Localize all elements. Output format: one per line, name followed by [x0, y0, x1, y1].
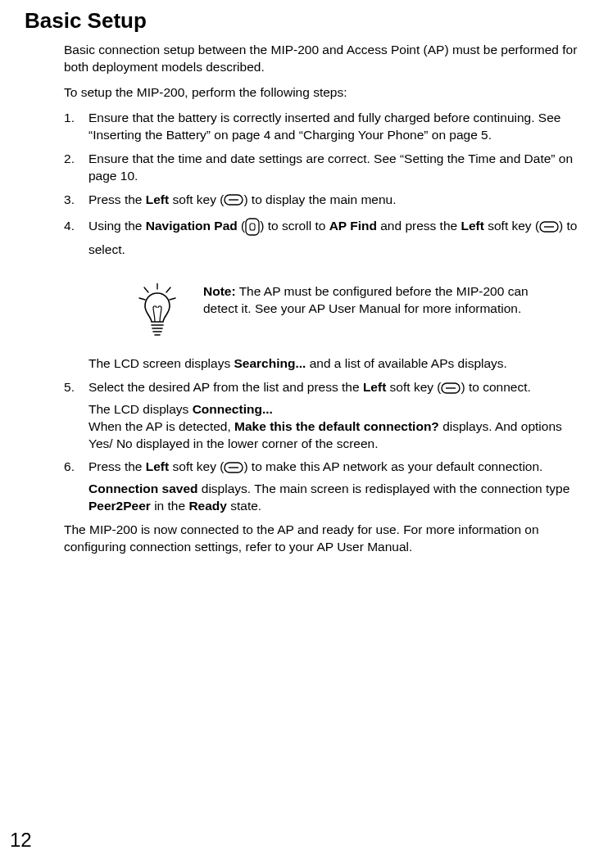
step-5-sub: The LCD displays Connecting... When the … [88, 401, 583, 453]
step-1: Ensure that the battery is correctly ins… [64, 110, 583, 144]
svg-line-7 [144, 287, 148, 292]
page-number: 12 [10, 827, 32, 853]
intro-paragraph-2: To setup the MIP-200, perform the follow… [64, 84, 583, 102]
step-3-text-a: Press the [88, 192, 146, 206]
step-5-text-b: soft key ( [386, 380, 441, 394]
ready-label: Ready [188, 499, 227, 513]
step-6-d: displays. The main screen is redisplayed… [198, 481, 570, 495]
step-6-e: in the [151, 499, 189, 513]
step-6-f: state. [227, 499, 261, 513]
step-4-text-a: Using the [88, 219, 146, 233]
note-label: Note: [203, 284, 236, 298]
svg-rect-2 [246, 219, 259, 235]
step-5-text-a: Select the desired AP from the list and … [88, 380, 363, 394]
svg-line-8 [166, 287, 170, 292]
step-5: Select the desired AP from the list and … [64, 379, 583, 453]
step-3: Press the Left soft key () to display th… [64, 192, 583, 209]
searching-line: The LCD screen displays Searching... and… [88, 355, 583, 373]
searching-label: Searching... [234, 356, 306, 370]
peer2peer-label: Peer2Peer [88, 499, 151, 513]
make-default-label: Make this the default connection? [234, 419, 439, 433]
step-5-d: The LCD displays [88, 402, 193, 416]
softkey-icon [224, 194, 243, 206]
step-2: Ensure that the time and date settings a… [64, 151, 583, 185]
step-1-text: Ensure that the battery is correctly ins… [88, 111, 560, 142]
note-text: Note: The AP must be configured before t… [203, 283, 560, 318]
step-3-text-b: soft key ( [169, 192, 224, 206]
step-6-text-c: ) to make this AP network as your defaul… [243, 459, 542, 473]
step-6-text-a: Press the [88, 459, 146, 473]
svg-line-9 [139, 298, 145, 300]
connecting-label: Connecting... [193, 402, 273, 416]
step-4-text-c: ) to scroll to [260, 219, 329, 233]
svg-rect-3 [250, 224, 255, 230]
left-softkey-label: Left [461, 219, 483, 233]
step-5-e: When the AP is detected, [88, 419, 234, 433]
step-4-text-b: ( [238, 219, 245, 233]
step-2-text: Ensure that the time and date settings a… [88, 151, 573, 183]
lightbulb-icon [134, 283, 180, 337]
note-block: Note: The AP must be configured before t… [134, 283, 560, 337]
note-body: The AP must be configured before the MIP… [203, 284, 529, 315]
step-4-text-e: soft key ( [484, 219, 539, 233]
softkey-icon [224, 462, 243, 473]
left-softkey-label: Left [363, 380, 386, 394]
step-3-text-c: ) to display the main menu. [243, 192, 396, 206]
connection-saved-label: Connection saved [88, 481, 198, 495]
closing-paragraph: The MIP-200 is now connected to the AP a… [64, 522, 583, 556]
navigation-pad-label: Navigation Pad [146, 219, 238, 233]
ap-find-label: AP Find [329, 219, 377, 233]
softkey-icon [441, 382, 461, 394]
step-5-text-c: ) to connect. [461, 380, 530, 394]
step-6-sub: Connection saved displays. The main scre… [88, 481, 583, 515]
softkey-icon [539, 221, 559, 233]
left-softkey-label: Left [146, 459, 169, 473]
svg-line-10 [170, 298, 175, 300]
page-title: Basic Setup [25, 7, 583, 35]
intro-paragraph-1: Basic connection setup between the MIP-2… [64, 42, 583, 76]
searching-c: and a list of available APs displays. [306, 356, 507, 370]
left-softkey-label: Left [146, 192, 169, 206]
steps-list: Ensure that the battery is correctly ins… [64, 110, 583, 515]
step-4: Using the Navigation Pad () to scroll to… [64, 215, 583, 372]
step-4-text-d: and press the [377, 219, 461, 233]
navpad-icon [245, 218, 260, 236]
step-6: Press the Left soft key () to make this … [64, 459, 583, 515]
page: Basic Setup Basic connection setup betwe… [0, 0, 608, 868]
searching-a: The LCD screen displays [88, 356, 234, 370]
step-6-text-b: soft key ( [169, 459, 224, 473]
